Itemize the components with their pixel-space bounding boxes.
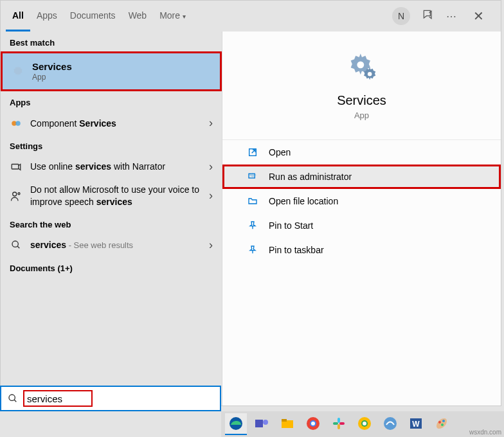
result-narrator-services[interactable]: Use online services with Narrator › xyxy=(1,155,222,179)
services-gear-icon xyxy=(345,49,379,83)
action-label: Pin to Start xyxy=(269,220,313,231)
svg-point-2 xyxy=(15,121,21,126)
more-icon[interactable]: ⋯ xyxy=(446,10,458,22)
svg-point-4 xyxy=(13,192,17,196)
svg-point-31 xyxy=(442,420,445,422)
tab-more[interactable]: More xyxy=(153,1,192,31)
search-bar[interactable]: services xyxy=(0,386,221,411)
chevron-right-icon: › xyxy=(209,189,213,202)
taskbar-explorer[interactable] xyxy=(276,413,298,435)
taskbar-paint[interactable] xyxy=(431,413,453,435)
section-settings: Settings xyxy=(1,135,222,155)
svg-text:W: W xyxy=(412,420,420,429)
result-component-services[interactable]: Component Services › xyxy=(1,111,222,135)
chevron-right-icon: › xyxy=(209,160,213,174)
section-documents: Documents (1+) xyxy=(1,257,222,277)
action-label: Run as administrator xyxy=(269,172,352,182)
section-apps: Apps xyxy=(1,91,222,111)
svg-point-7 xyxy=(357,61,364,68)
section-search-web: Search the web xyxy=(1,213,222,233)
results-panel: Best match Services App Apps Component S… xyxy=(1,31,222,406)
svg-point-32 xyxy=(441,424,444,426)
svg-point-11 xyxy=(9,395,15,400)
folder-icon xyxy=(247,195,258,207)
action-pin-taskbar[interactable]: Pin to taskbar xyxy=(222,238,501,262)
svg-point-26 xyxy=(363,422,366,425)
gear-icon xyxy=(12,65,24,78)
taskbar-slack[interactable] xyxy=(328,413,350,435)
open-icon xyxy=(247,147,258,158)
taskbar: W xyxy=(221,411,504,437)
tab-apps[interactable]: Apps xyxy=(30,1,64,31)
pin-taskbar-icon xyxy=(247,244,258,256)
svg-point-5 xyxy=(18,193,20,195)
svg-rect-23 xyxy=(339,422,345,425)
result-label: services - See web results xyxy=(30,240,209,250)
close-icon[interactable]: ✕ xyxy=(469,8,488,24)
result-sub: App xyxy=(32,73,72,82)
svg-rect-3 xyxy=(12,164,19,169)
svg-rect-16 xyxy=(282,419,287,422)
narrator-icon xyxy=(10,161,22,174)
action-open[interactable]: Open xyxy=(222,140,501,165)
pin-start-icon xyxy=(247,220,258,231)
svg-rect-13 xyxy=(255,420,263,427)
chevron-right-icon: › xyxy=(209,116,213,130)
result-speech-services[interactable]: Do not allow Microsoft to use your voice… xyxy=(1,179,222,213)
tab-web[interactable]: Web xyxy=(122,1,154,31)
action-pin-start[interactable]: Pin to Start xyxy=(222,213,501,238)
chevron-right-icon: › xyxy=(209,238,213,252)
svg-point-19 xyxy=(311,422,315,425)
action-open-location[interactable]: Open file location xyxy=(222,189,501,213)
result-title: Services xyxy=(32,61,72,72)
watermark: wsxdn.com xyxy=(469,429,501,436)
admin-icon xyxy=(247,171,258,183)
search-input[interactable]: services xyxy=(23,390,93,407)
taskbar-edge[interactable] xyxy=(225,413,247,435)
svg-rect-20 xyxy=(338,418,340,423)
svg-rect-21 xyxy=(333,422,338,425)
result-label: Use online services with Narrator xyxy=(30,161,209,173)
action-label: Open file location xyxy=(269,196,338,206)
taskbar-chrome[interactable] xyxy=(302,413,324,435)
tab-all[interactable]: All xyxy=(6,1,30,31)
result-web-services[interactable]: services - See web results › xyxy=(1,233,222,257)
speech-icon xyxy=(10,190,22,202)
action-label: Open xyxy=(269,147,291,157)
svg-point-6 xyxy=(12,241,18,247)
taskbar-app1[interactable] xyxy=(379,413,401,435)
feedback-icon[interactable] xyxy=(422,8,435,24)
result-label: Do not allow Microsoft to use your voice… xyxy=(30,184,209,208)
detail-sub: App xyxy=(222,111,501,120)
svg-point-30 xyxy=(438,421,441,424)
svg-point-27 xyxy=(384,417,397,430)
search-icon xyxy=(8,393,18,404)
detail-panel: Services App Open Run as administrator O… xyxy=(222,31,501,406)
tab-documents[interactable]: Documents xyxy=(64,1,122,31)
component-icon xyxy=(10,117,22,130)
svg-point-14 xyxy=(263,420,268,425)
action-run-admin[interactable]: Run as administrator xyxy=(222,165,501,189)
section-best-match: Best match xyxy=(1,31,222,51)
avatar[interactable]: N xyxy=(392,7,410,25)
result-label: Component Services xyxy=(30,118,209,129)
tabs-bar: All Apps Documents Web More N ⋯ ✕ xyxy=(1,1,501,31)
taskbar-teams[interactable] xyxy=(251,413,273,435)
detail-title: Services xyxy=(222,93,501,108)
action-label: Pin to taskbar xyxy=(269,245,324,255)
result-services-app[interactable]: Services App xyxy=(1,51,222,91)
search-icon xyxy=(10,238,22,251)
svg-point-8 xyxy=(367,72,372,76)
svg-rect-22 xyxy=(338,424,340,429)
taskbar-chrome2[interactable] xyxy=(354,413,375,435)
taskbar-word[interactable]: W xyxy=(405,413,427,435)
